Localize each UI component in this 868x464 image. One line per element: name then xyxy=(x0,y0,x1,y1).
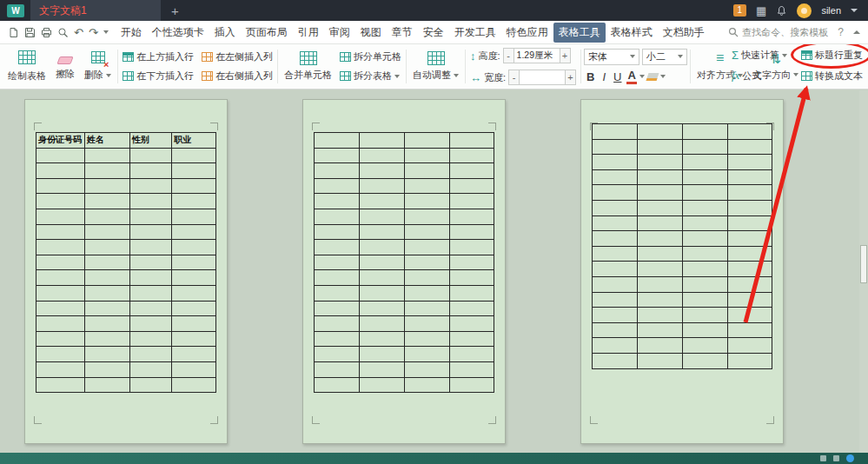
table-cell[interactable] xyxy=(683,200,728,215)
font-color-dropdown-icon[interactable] xyxy=(639,75,645,78)
table-cell[interactable] xyxy=(130,285,172,301)
view-mode-icon[interactable] xyxy=(833,455,839,461)
table-cell[interactable] xyxy=(683,246,728,262)
menu-tab-12[interactable]: 表格样式 xyxy=(606,22,658,43)
table-cell[interactable] xyxy=(360,178,405,194)
table-cell[interactable] xyxy=(315,224,360,240)
table-cell[interactable] xyxy=(450,270,494,286)
table-cell[interactable] xyxy=(360,224,405,240)
table-cell[interactable] xyxy=(638,185,683,201)
apps-grid-icon[interactable]: ▦ xyxy=(756,4,766,17)
draw-table-button[interactable]: 绘制表格 xyxy=(4,50,50,83)
table-cell[interactable] xyxy=(593,353,638,368)
height-input[interactable]: 1.29厘米 xyxy=(514,48,560,63)
undo-icon[interactable]: ↶ xyxy=(74,26,83,39)
table-cell[interactable] xyxy=(36,285,85,301)
table-cell[interactable] xyxy=(315,377,360,393)
table-cell[interactable] xyxy=(360,270,405,286)
table-cell[interactable] xyxy=(593,185,638,201)
table-cell[interactable] xyxy=(172,347,216,362)
table-cell[interactable] xyxy=(683,338,728,354)
table-cell[interactable] xyxy=(405,316,450,332)
table-cell[interactable] xyxy=(130,224,172,240)
menu-tab-3[interactable]: 页面布局 xyxy=(241,22,293,43)
table-cell[interactable] xyxy=(315,316,360,332)
table-cell[interactable] xyxy=(360,133,405,149)
table-cell[interactable] xyxy=(405,377,450,393)
table-cell[interactable] xyxy=(405,224,450,240)
table-cell[interactable] xyxy=(85,209,130,224)
table-cell[interactable] xyxy=(315,194,360,209)
table-cell[interactable] xyxy=(360,240,405,255)
redo-icon[interactable]: ↷ xyxy=(89,26,98,39)
table-cell[interactable] xyxy=(638,353,683,368)
quick-calc-button[interactable]: Σ 快速计算 xyxy=(730,48,789,63)
table-cell[interactable] xyxy=(405,347,450,362)
table-cell[interactable] xyxy=(172,285,216,301)
menu-tab-7[interactable]: 章节 xyxy=(387,22,418,43)
insert-row-below-button[interactable]: 在下方插入行 xyxy=(121,69,195,83)
height-increase-button[interactable]: + xyxy=(560,48,571,63)
table-cell[interactable] xyxy=(36,209,85,224)
table-cell[interactable] xyxy=(315,331,360,347)
table-cell[interactable] xyxy=(172,301,216,316)
table-cell[interactable] xyxy=(172,331,216,347)
table-cell[interactable] xyxy=(450,301,494,316)
table-cell[interactable] xyxy=(728,169,772,185)
document-page-2[interactable] xyxy=(302,99,506,444)
document-table[interactable] xyxy=(314,132,494,393)
table-cell[interactable] xyxy=(593,246,638,262)
table-cell[interactable] xyxy=(593,276,638,292)
highlight-button[interactable] xyxy=(646,73,659,81)
table-cell[interactable] xyxy=(85,224,130,240)
table-cell[interactable] xyxy=(638,308,683,323)
table-cell[interactable] xyxy=(130,148,172,163)
table-cell[interactable] xyxy=(360,377,405,393)
table-cell[interactable] xyxy=(593,322,638,338)
table-cell[interactable] xyxy=(593,169,638,185)
table-cell[interactable] xyxy=(360,255,405,270)
table-cell[interactable] xyxy=(85,163,130,179)
table-cell[interactable] xyxy=(405,194,450,209)
table-cell[interactable] xyxy=(593,308,638,323)
table-cell[interactable] xyxy=(85,255,130,270)
table-cell[interactable] xyxy=(130,194,172,209)
table-cell[interactable] xyxy=(683,308,728,323)
table-cell[interactable] xyxy=(450,377,494,393)
table-cell[interactable] xyxy=(36,255,85,270)
menu-tab-10[interactable]: 特色应用 xyxy=(501,22,553,43)
table-cell[interactable] xyxy=(683,276,728,292)
table-cell[interactable] xyxy=(728,292,772,308)
table-cell[interactable] xyxy=(728,200,772,215)
table-cell[interactable] xyxy=(405,209,450,224)
table-cell[interactable] xyxy=(593,139,638,155)
table-cell[interactable] xyxy=(593,124,638,140)
table-cell[interactable] xyxy=(405,178,450,194)
table-cell[interactable] xyxy=(172,316,216,332)
new-tab-button[interactable]: + xyxy=(161,3,189,18)
document-page-1[interactable]: 身份证号码姓名性别职业 xyxy=(24,99,228,444)
table-cell[interactable] xyxy=(683,231,728,247)
width-input[interactable] xyxy=(520,70,565,85)
table-cell[interactable] xyxy=(130,270,172,286)
table-cell[interactable] xyxy=(315,209,360,224)
table-cell[interactable] xyxy=(638,231,683,247)
menu-tab-8[interactable]: 安全 xyxy=(418,22,449,43)
table-cell[interactable] xyxy=(172,255,216,270)
table-cell[interactable] xyxy=(360,301,405,316)
table-cell[interactable] xyxy=(172,194,216,209)
table-cell[interactable] xyxy=(728,262,772,277)
table-cell[interactable] xyxy=(172,148,216,163)
table-cell[interactable] xyxy=(450,331,494,347)
table-cell[interactable] xyxy=(130,209,172,224)
table-cell[interactable] xyxy=(130,316,172,332)
table-cell[interactable] xyxy=(85,178,130,194)
underline-button[interactable]: U xyxy=(611,70,624,83)
table-cell[interactable] xyxy=(593,215,638,231)
table-cell[interactable] xyxy=(172,361,216,377)
table-cell[interactable] xyxy=(405,163,450,179)
table-cell[interactable] xyxy=(36,377,85,393)
width-increase-button[interactable]: + xyxy=(565,70,576,85)
table-cell[interactable] xyxy=(85,270,130,286)
delete-button[interactable]: 删除 xyxy=(81,50,115,83)
